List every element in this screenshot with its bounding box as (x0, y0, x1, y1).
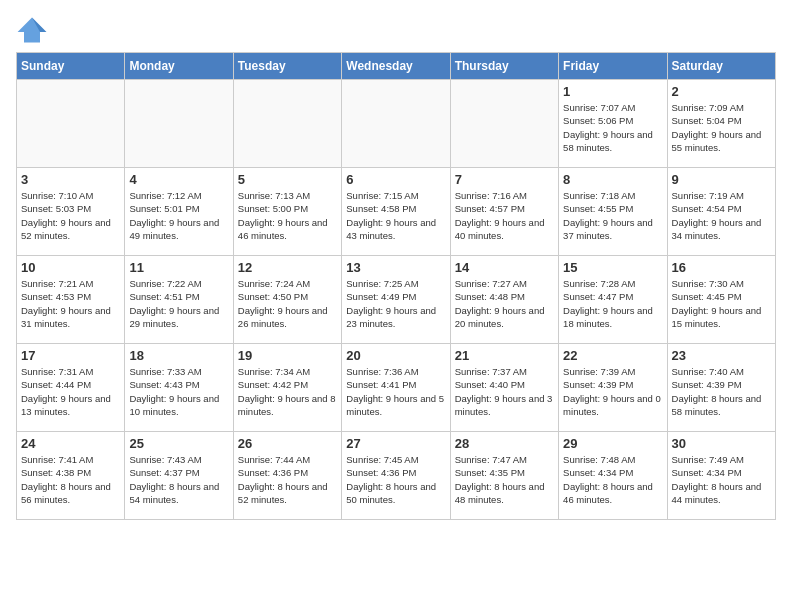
calendar-cell: 21Sunrise: 7:37 AM Sunset: 4:40 PM Dayli… (450, 344, 558, 432)
calendar-cell: 4Sunrise: 7:12 AM Sunset: 5:01 PM Daylig… (125, 168, 233, 256)
day-info: Sunrise: 7:45 AM Sunset: 4:36 PM Dayligh… (346, 453, 445, 506)
calendar-week-2: 10Sunrise: 7:21 AM Sunset: 4:53 PM Dayli… (17, 256, 776, 344)
day-info: Sunrise: 7:39 AM Sunset: 4:39 PM Dayligh… (563, 365, 662, 418)
day-number: 5 (238, 172, 337, 187)
day-number: 23 (672, 348, 771, 363)
calendar-cell: 8Sunrise: 7:18 AM Sunset: 4:55 PM Daylig… (559, 168, 667, 256)
calendar-header-row: SundayMondayTuesdayWednesdayThursdayFrid… (17, 53, 776, 80)
calendar-cell: 22Sunrise: 7:39 AM Sunset: 4:39 PM Dayli… (559, 344, 667, 432)
day-info: Sunrise: 7:43 AM Sunset: 4:37 PM Dayligh… (129, 453, 228, 506)
day-number: 15 (563, 260, 662, 275)
day-info: Sunrise: 7:25 AM Sunset: 4:49 PM Dayligh… (346, 277, 445, 330)
day-info: Sunrise: 7:10 AM Sunset: 5:03 PM Dayligh… (21, 189, 120, 242)
calendar-week-4: 24Sunrise: 7:41 AM Sunset: 4:38 PM Dayli… (17, 432, 776, 520)
calendar-header-tuesday: Tuesday (233, 53, 341, 80)
day-info: Sunrise: 7:44 AM Sunset: 4:36 PM Dayligh… (238, 453, 337, 506)
day-info: Sunrise: 7:07 AM Sunset: 5:06 PM Dayligh… (563, 101, 662, 154)
day-number: 21 (455, 348, 554, 363)
day-number: 20 (346, 348, 445, 363)
calendar-cell: 10Sunrise: 7:21 AM Sunset: 4:53 PM Dayli… (17, 256, 125, 344)
calendar-cell: 29Sunrise: 7:48 AM Sunset: 4:34 PM Dayli… (559, 432, 667, 520)
calendar-cell: 18Sunrise: 7:33 AM Sunset: 4:43 PM Dayli… (125, 344, 233, 432)
calendar-cell: 23Sunrise: 7:40 AM Sunset: 4:39 PM Dayli… (667, 344, 775, 432)
logo (16, 16, 52, 44)
day-number: 29 (563, 436, 662, 451)
calendar-cell (233, 80, 341, 168)
day-info: Sunrise: 7:28 AM Sunset: 4:47 PM Dayligh… (563, 277, 662, 330)
calendar-header-saturday: Saturday (667, 53, 775, 80)
calendar-cell (125, 80, 233, 168)
page-header (16, 16, 776, 44)
calendar-cell: 5Sunrise: 7:13 AM Sunset: 5:00 PM Daylig… (233, 168, 341, 256)
day-number: 11 (129, 260, 228, 275)
day-number: 1 (563, 84, 662, 99)
calendar-cell: 3Sunrise: 7:10 AM Sunset: 5:03 PM Daylig… (17, 168, 125, 256)
day-info: Sunrise: 7:36 AM Sunset: 4:41 PM Dayligh… (346, 365, 445, 418)
day-number: 14 (455, 260, 554, 275)
calendar-cell: 20Sunrise: 7:36 AM Sunset: 4:41 PM Dayli… (342, 344, 450, 432)
day-number: 17 (21, 348, 120, 363)
calendar-header-thursday: Thursday (450, 53, 558, 80)
calendar-cell: 2Sunrise: 7:09 AM Sunset: 5:04 PM Daylig… (667, 80, 775, 168)
day-info: Sunrise: 7:31 AM Sunset: 4:44 PM Dayligh… (21, 365, 120, 418)
calendar-cell: 13Sunrise: 7:25 AM Sunset: 4:49 PM Dayli… (342, 256, 450, 344)
calendar-cell: 28Sunrise: 7:47 AM Sunset: 4:35 PM Dayli… (450, 432, 558, 520)
day-number: 18 (129, 348, 228, 363)
day-info: Sunrise: 7:47 AM Sunset: 4:35 PM Dayligh… (455, 453, 554, 506)
calendar-cell: 17Sunrise: 7:31 AM Sunset: 4:44 PM Dayli… (17, 344, 125, 432)
calendar-header-friday: Friday (559, 53, 667, 80)
calendar-cell: 19Sunrise: 7:34 AM Sunset: 4:42 PM Dayli… (233, 344, 341, 432)
day-number: 19 (238, 348, 337, 363)
day-info: Sunrise: 7:09 AM Sunset: 5:04 PM Dayligh… (672, 101, 771, 154)
day-info: Sunrise: 7:15 AM Sunset: 4:58 PM Dayligh… (346, 189, 445, 242)
day-info: Sunrise: 7:41 AM Sunset: 4:38 PM Dayligh… (21, 453, 120, 506)
calendar-week-0: 1Sunrise: 7:07 AM Sunset: 5:06 PM Daylig… (17, 80, 776, 168)
day-number: 7 (455, 172, 554, 187)
calendar-cell: 16Sunrise: 7:30 AM Sunset: 4:45 PM Dayli… (667, 256, 775, 344)
day-info: Sunrise: 7:18 AM Sunset: 4:55 PM Dayligh… (563, 189, 662, 242)
day-number: 26 (238, 436, 337, 451)
calendar-cell: 26Sunrise: 7:44 AM Sunset: 4:36 PM Dayli… (233, 432, 341, 520)
calendar-week-1: 3Sunrise: 7:10 AM Sunset: 5:03 PM Daylig… (17, 168, 776, 256)
day-number: 16 (672, 260, 771, 275)
calendar-cell: 6Sunrise: 7:15 AM Sunset: 4:58 PM Daylig… (342, 168, 450, 256)
day-number: 6 (346, 172, 445, 187)
day-number: 12 (238, 260, 337, 275)
day-info: Sunrise: 7:24 AM Sunset: 4:50 PM Dayligh… (238, 277, 337, 330)
day-number: 13 (346, 260, 445, 275)
day-number: 9 (672, 172, 771, 187)
day-number: 10 (21, 260, 120, 275)
day-info: Sunrise: 7:16 AM Sunset: 4:57 PM Dayligh… (455, 189, 554, 242)
day-info: Sunrise: 7:12 AM Sunset: 5:01 PM Dayligh… (129, 189, 228, 242)
calendar-cell (450, 80, 558, 168)
day-info: Sunrise: 7:37 AM Sunset: 4:40 PM Dayligh… (455, 365, 554, 418)
day-number: 4 (129, 172, 228, 187)
day-info: Sunrise: 7:40 AM Sunset: 4:39 PM Dayligh… (672, 365, 771, 418)
day-number: 30 (672, 436, 771, 451)
day-info: Sunrise: 7:21 AM Sunset: 4:53 PM Dayligh… (21, 277, 120, 330)
calendar-cell: 9Sunrise: 7:19 AM Sunset: 4:54 PM Daylig… (667, 168, 775, 256)
calendar-header-wednesday: Wednesday (342, 53, 450, 80)
calendar-cell: 12Sunrise: 7:24 AM Sunset: 4:50 PM Dayli… (233, 256, 341, 344)
day-number: 24 (21, 436, 120, 451)
day-info: Sunrise: 7:49 AM Sunset: 4:34 PM Dayligh… (672, 453, 771, 506)
day-number: 3 (21, 172, 120, 187)
calendar-header-sunday: Sunday (17, 53, 125, 80)
calendar-table: SundayMondayTuesdayWednesdayThursdayFrid… (16, 52, 776, 520)
day-info: Sunrise: 7:48 AM Sunset: 4:34 PM Dayligh… (563, 453, 662, 506)
day-info: Sunrise: 7:27 AM Sunset: 4:48 PM Dayligh… (455, 277, 554, 330)
calendar-cell (342, 80, 450, 168)
day-info: Sunrise: 7:19 AM Sunset: 4:54 PM Dayligh… (672, 189, 771, 242)
calendar-cell: 27Sunrise: 7:45 AM Sunset: 4:36 PM Dayli… (342, 432, 450, 520)
calendar-cell: 30Sunrise: 7:49 AM Sunset: 4:34 PM Dayli… (667, 432, 775, 520)
calendar-cell: 25Sunrise: 7:43 AM Sunset: 4:37 PM Dayli… (125, 432, 233, 520)
calendar-cell: 11Sunrise: 7:22 AM Sunset: 4:51 PM Dayli… (125, 256, 233, 344)
day-info: Sunrise: 7:34 AM Sunset: 4:42 PM Dayligh… (238, 365, 337, 418)
day-number: 28 (455, 436, 554, 451)
calendar-cell: 15Sunrise: 7:28 AM Sunset: 4:47 PM Dayli… (559, 256, 667, 344)
calendar-header-monday: Monday (125, 53, 233, 80)
calendar-cell: 7Sunrise: 7:16 AM Sunset: 4:57 PM Daylig… (450, 168, 558, 256)
logo-icon (16, 16, 48, 44)
day-number: 2 (672, 84, 771, 99)
calendar-cell: 14Sunrise: 7:27 AM Sunset: 4:48 PM Dayli… (450, 256, 558, 344)
